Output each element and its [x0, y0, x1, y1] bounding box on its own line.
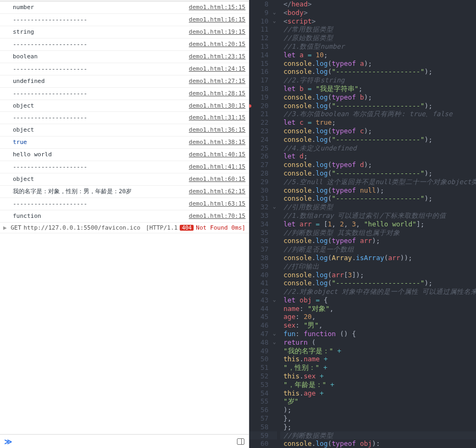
code-line[interactable]: let b = "我是字符串"; [280, 85, 476, 93]
code-line[interactable]: <body> [280, 9, 476, 17]
code-line[interactable]: //打印输出 [280, 262, 476, 271]
code-line[interactable]: let d; [280, 152, 476, 161]
line-number[interactable]: 37 [249, 245, 277, 254]
code-line[interactable]: let obj = { [280, 296, 476, 305]
line-number[interactable]: 32⌄ [249, 203, 277, 211]
line-number[interactable]: 43⌄ [249, 296, 277, 305]
code-line[interactable]: }; [280, 423, 476, 431]
line-number[interactable]: 21 [249, 110, 277, 118]
console-source-link[interactable]: demo1.html:27:15 [189, 77, 245, 86]
code-line[interactable]: //判断数据类型 [280, 431, 476, 440]
expand-arrow-icon[interactable]: ▶ [3, 224, 9, 231]
line-number[interactable]: 17 [249, 76, 277, 85]
code-line[interactable]: console.log(Array.isArray(arr)); [280, 254, 476, 262]
console-source-link[interactable]: demo1.html:62:15 [189, 187, 245, 196]
network-log-row[interactable]: ▶GEThttp://127.0.0.1:5500/favicon.ico[HT… [0, 223, 249, 233]
code-line[interactable]: //原始数据类型 [280, 34, 476, 42]
console-source-link[interactable]: demo1.html:23:15 [189, 52, 245, 61]
console-log-row[interactable]: booleandemo1.html:23:15 [0, 51, 249, 63]
code-line[interactable]: //3.布尔值boolean 布尔值只有两种: true、false [280, 110, 476, 118]
line-number[interactable]: 30 [249, 186, 277, 195]
code-line[interactable]: fun: function () { [280, 330, 476, 338]
code-line[interactable]: "，性别：" + [280, 363, 476, 372]
line-number[interactable]: 28 [249, 169, 277, 178]
code-line[interactable]: //1.数值型number [280, 42, 476, 51]
code-line[interactable]: let arr = [1, 2, 3, "hello world"]; [280, 220, 476, 229]
line-number[interactable]: 57 [249, 414, 277, 423]
line-number[interactable]: 26 [249, 152, 277, 161]
line-number[interactable]: 40 [249, 271, 277, 279]
line-number[interactable]: 53 [249, 381, 277, 389]
code-line[interactable]: //5.空null 这个返回并不是null类型二十一个对象object类 [280, 178, 476, 186]
code-line[interactable]: console.log("---------------------"); [280, 279, 476, 287]
code-line[interactable]: //4.未定义undefined [280, 144, 476, 153]
console-source-link[interactable]: demo1.html:28:15 [189, 89, 245, 98]
line-number[interactable]: 46 [249, 321, 277, 330]
code-line[interactable]: age: 20, [280, 313, 476, 321]
code-line[interactable]: //判断数据类型 其实数组也属于对象 [280, 229, 476, 237]
console-source-link[interactable]: demo1.html:40:15 [189, 150, 245, 159]
line-number[interactable]: 19 [249, 93, 277, 102]
line-number[interactable]: 31 [249, 194, 277, 203]
line-number[interactable]: 27 [249, 161, 277, 169]
code-line[interactable]: this.age + [280, 389, 476, 398]
console-source-link[interactable]: demo1.html:30:15 [189, 102, 245, 110]
console-log-row[interactable]: ---------------------demo1.html:20:15 [0, 39, 249, 51]
code-area[interactable]: </head><body><script>//常用数据类型//原始数据类型//1… [280, 0, 476, 448]
line-number[interactable]: 41 [249, 279, 277, 287]
line-number[interactable]: 16 [249, 67, 277, 76]
console-source-link[interactable]: demo1.html:24:15 [189, 65, 245, 73]
code-line[interactable]: console.log(typeof b); [280, 93, 476, 102]
line-number[interactable]: 10⌄ [249, 17, 277, 26]
code-line[interactable]: //引用数据类型 [280, 203, 476, 211]
console-log-row[interactable]: ---------------------demo1.html:41:15 [0, 161, 249, 173]
console-log-row[interactable]: ---------------------demo1.html:16:15 [0, 14, 249, 26]
code-line[interactable]: console.log("---------------------"); [280, 169, 476, 178]
console-log-row[interactable]: ---------------------demo1.html:63:15 [0, 198, 249, 210]
code-line[interactable]: "岁" [280, 397, 476, 406]
console-log-row[interactable]: objectdemo1.html:30:15 [0, 100, 249, 112]
line-number[interactable]: 13 [249, 42, 277, 51]
code-line[interactable]: //判断是否是一个数组 [280, 245, 476, 254]
code-line[interactable]: console.log("---------------------"); [280, 102, 476, 110]
console-source-link[interactable]: demo1.html:60:15 [189, 175, 245, 184]
console-prompt-icon[interactable]: ≫ [4, 437, 12, 446]
line-number[interactable]: 34 [249, 220, 277, 229]
code-line[interactable]: console.log(typeof a); [280, 59, 476, 68]
code-line[interactable]: //2.对象object 对象中存储的是一个属性 可以通过属性名来 [280, 287, 476, 296]
console-log-row[interactable]: 我的名字是：对象，性别：男，年龄是：20岁demo1.html:62:15 [0, 186, 249, 198]
line-number[interactable]: 9⌄ [249, 9, 277, 17]
line-number[interactable]: 49 [249, 347, 277, 355]
console-source-link[interactable]: demo1.html:36:15 [189, 126, 245, 134]
code-line[interactable]: console.log(typeof c); [280, 127, 476, 135]
line-number[interactable]: 44 [249, 305, 277, 313]
console-log-row[interactable]: ---------------------demo1.html:31:15 [0, 112, 249, 124]
code-line[interactable]: }, [280, 414, 476, 423]
line-number[interactable]: 60 [249, 439, 277, 448]
console-log-row[interactable]: truedemo1.html:38:15 [0, 136, 249, 149]
console-log-row[interactable]: numberdemo1.html:15:15 [0, 2, 249, 14]
code-line[interactable]: </head> [280, 0, 476, 9]
code-line[interactable]: console.log(typeof d); [280, 161, 476, 169]
code-line[interactable]: console.log("---------------------"); [280, 67, 476, 76]
fold-chevron-icon[interactable]: ⌄ [273, 18, 276, 25]
code-line[interactable]: "我的名字是：" + [280, 347, 476, 355]
code-line[interactable]: let a = 10; [280, 51, 476, 59]
console-log-row[interactable]: objectdemo1.html:36:15 [0, 124, 249, 136]
console-log-row[interactable]: ---------------------demo1.html:28:15 [0, 88, 249, 100]
line-number[interactable]: 25 [249, 144, 277, 153]
console-source-link[interactable]: demo1.html:38:15 [189, 138, 245, 147]
line-number[interactable]: 33 [249, 211, 277, 220]
code-line[interactable]: console.log(typeof obj): [280, 439, 476, 448]
console-source-link[interactable]: demo1.html:16:15 [189, 16, 245, 24]
line-number[interactable]: 56 [249, 406, 277, 414]
line-number[interactable]: 39 [249, 262, 277, 271]
code-line[interactable]: //2.字符串string [280, 76, 476, 85]
code-line[interactable]: let c = true; [280, 118, 476, 127]
code-line[interactable]: this.name + [280, 355, 476, 363]
line-number[interactable]: 24 [249, 135, 277, 144]
code-line[interactable]: console.log(typeof arr); [280, 237, 476, 245]
code-line[interactable]: <script> [280, 17, 476, 26]
line-number[interactable]: 15 [249, 59, 277, 68]
console-source-link[interactable]: demo1.html:63:15 [189, 200, 245, 208]
